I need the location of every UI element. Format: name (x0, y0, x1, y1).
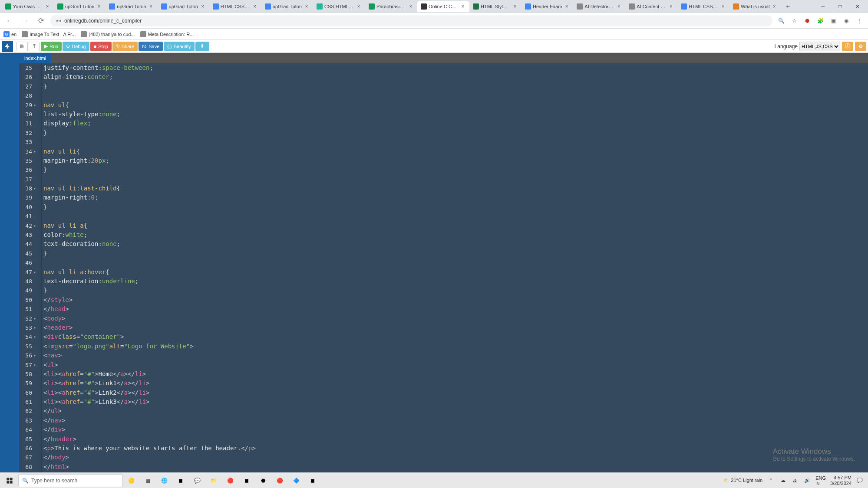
code-line-47[interactable]: nav ul li a:hover { (43, 268, 868, 277)
code-line-39[interactable]: margin-right: 0; (43, 193, 868, 202)
start-button[interactable] (2, 474, 17, 488)
browser-tab-0[interactable]: Yarn Owls Proj× (2, 1, 54, 12)
taskbar-app-discord[interactable]: 💬 (189, 474, 205, 488)
code-line-56[interactable]: <nav> (43, 351, 868, 360)
code-line-67[interactable]: </body> (43, 453, 868, 462)
code-line-26[interactable]: align-items: center; (43, 72, 868, 82)
code-line-41[interactable] (43, 212, 868, 221)
code-line-65[interactable]: </header> (43, 435, 868, 444)
taskbar-app-6[interactable]: ◼ (305, 474, 320, 488)
code-line-49[interactable]: } (43, 286, 868, 295)
bookmark-3[interactable]: Meta Description: R... (140, 31, 194, 37)
share-button[interactable]: ↻ Share (112, 42, 138, 51)
zoom-icon[interactable]: 🔍 (776, 16, 786, 26)
tab-close-icon[interactable]: × (252, 3, 258, 10)
code-line-58[interactable]: <li><a href="#">Home</a></li> (43, 370, 868, 379)
browser-tab-11[interactable]: AI Detector - 1× (573, 1, 625, 12)
save-button[interactable]: 🖫 Save (139, 42, 163, 51)
tray-notifications-icon[interactable]: 💬 (856, 477, 864, 485)
tab-close-icon[interactable]: × (356, 3, 362, 10)
tab-close-icon[interactable]: × (200, 3, 206, 10)
code-line-30[interactable]: list-style-type: none; (43, 110, 868, 119)
bookmark-2[interactable]: (482) thaniya to cud... (81, 31, 135, 37)
code-line-55[interactable]: <img src="logo.png" alt="Logo for Websit… (43, 342, 868, 351)
code-content[interactable]: justify-content: space-between; align-it… (42, 63, 868, 488)
browser-tab-4[interactable]: HTML CSS - G× (209, 1, 261, 12)
tab-close-icon[interactable]: × (720, 3, 726, 10)
tab-close-icon[interactable]: × (408, 3, 414, 10)
debug-button[interactable]: ⊙ Debug (63, 42, 89, 51)
code-line-27[interactable]: } (43, 82, 868, 91)
code-line-57[interactable]: <ul> (43, 360, 868, 370)
code-line-48[interactable]: text-decoration: underline; (43, 277, 868, 286)
weather-widget[interactable]: ⛅ 21°C Light rain (723, 478, 762, 483)
code-editor[interactable]: 2526272829▾3031323334▾35363738▾39404142▾… (19, 63, 868, 488)
taskbar-app-edge[interactable]: 🌐 (156, 474, 172, 488)
tray-volume-icon[interactable]: 🔊 (803, 477, 811, 485)
onlinedb-logo[interactable] (2, 41, 13, 52)
tab-close-icon[interactable]: × (616, 3, 622, 10)
tab-close-icon[interactable]: × (44, 3, 50, 10)
tab-close-icon[interactable]: × (564, 3, 570, 10)
taskbar-app-4[interactable]: ◼ (239, 474, 254, 488)
code-line-25[interactable]: justify-content: space-between; (43, 63, 868, 72)
back-button[interactable]: ← (3, 15, 16, 27)
code-line-68[interactable]: </html> (43, 462, 868, 472)
code-line-46[interactable] (43, 258, 868, 267)
code-line-44[interactable]: text-decoration: none; (43, 239, 868, 249)
code-line-52[interactable]: <body> (43, 314, 868, 323)
tray-clock[interactable]: 4:57 PM 3/20/2024 (830, 475, 851, 485)
tab-close-icon[interactable]: × (148, 3, 154, 10)
close-window-button[interactable]: ✕ (849, 1, 866, 12)
code-line-62[interactable]: </ul> (43, 406, 868, 416)
tray-onedrive-icon[interactable]: ☁ (779, 477, 787, 485)
menu-icon[interactable]: ⋮ (854, 16, 865, 26)
bookmark-0[interactable]: Gen (3, 31, 17, 37)
code-line-29[interactable]: nav ul { (43, 101, 868, 110)
code-line-34[interactable]: nav ul li { (43, 147, 868, 156)
extension-icon[interactable]: ⬢ (802, 16, 812, 26)
browser-tab-1[interactable]: upGrad Tutori× (54, 1, 106, 12)
taskbar-app-files[interactable]: 📁 (206, 474, 221, 488)
browser-tab-12[interactable]: AI Content Det× (625, 1, 677, 12)
code-line-45[interactable]: } (43, 249, 868, 258)
puzzle-icon[interactable]: 🧩 (815, 16, 825, 26)
new-tab-button[interactable]: + (782, 1, 793, 12)
browser-tab-13[interactable]: HTML CSS - G× (677, 1, 729, 12)
code-line-66[interactable]: <p>This is where your website starts aft… (43, 444, 868, 453)
code-line-42[interactable]: nav ul li a { (43, 221, 868, 230)
tab-close-icon[interactable]: × (96, 3, 102, 10)
code-line-37[interactable] (43, 175, 868, 184)
code-line-32[interactable]: } (43, 128, 868, 138)
browser-tab-6[interactable]: CSS HTML Res× (313, 1, 365, 12)
code-line-63[interactable]: </nav> (43, 416, 868, 425)
star-icon[interactable]: ☆ (789, 16, 799, 26)
stop-button[interactable]: ■ Stop (90, 42, 112, 51)
tray-network-icon[interactable]: 🖧 (791, 477, 799, 485)
new-file-button[interactable]: 🗎 (17, 42, 28, 51)
code-line-28[interactable] (43, 91, 868, 100)
browser-tab-9[interactable]: HTML Styles C× (469, 1, 521, 12)
tab-close-icon[interactable]: × (668, 3, 674, 10)
browser-tab-10[interactable]: Header Exam× (521, 1, 573, 12)
reload-button[interactable]: ⟳ (35, 15, 47, 27)
beautify-button[interactable]: { } Beautify (164, 42, 194, 51)
taskbar-app-vscode[interactable]: 🔷 (288, 474, 304, 488)
site-info-icon[interactable]: ⊶ (56, 18, 62, 24)
code-line-33[interactable] (43, 138, 868, 147)
code-line-36[interactable]: } (43, 165, 868, 174)
forward-button[interactable]: → (19, 15, 31, 27)
tab-close-icon[interactable]: × (512, 3, 518, 10)
taskbar-search[interactable]: 🔍 Type here to search (18, 474, 122, 487)
url-field[interactable]: ⊶ onlinegdb.com/online_c_compiler (50, 15, 772, 26)
code-line-53[interactable]: <header> (43, 323, 868, 332)
settings-button[interactable]: ⚙ (855, 42, 866, 51)
tray-chevron-icon[interactable]: ⌃ (767, 477, 775, 485)
code-line-60[interactable]: <li><a href="#">Link2</a></li> (43, 388, 868, 397)
code-line-43[interactable]: color: white; (43, 230, 868, 239)
run-button[interactable]: ▶ Run (41, 42, 62, 51)
code-line-64[interactable]: </div> (43, 425, 868, 434)
taskbar-app-5[interactable]: ⬣ (255, 474, 271, 488)
bookmark-1[interactable]: Image To Text - A Fr... (22, 31, 76, 37)
tab-close-icon[interactable]: × (771, 3, 777, 10)
